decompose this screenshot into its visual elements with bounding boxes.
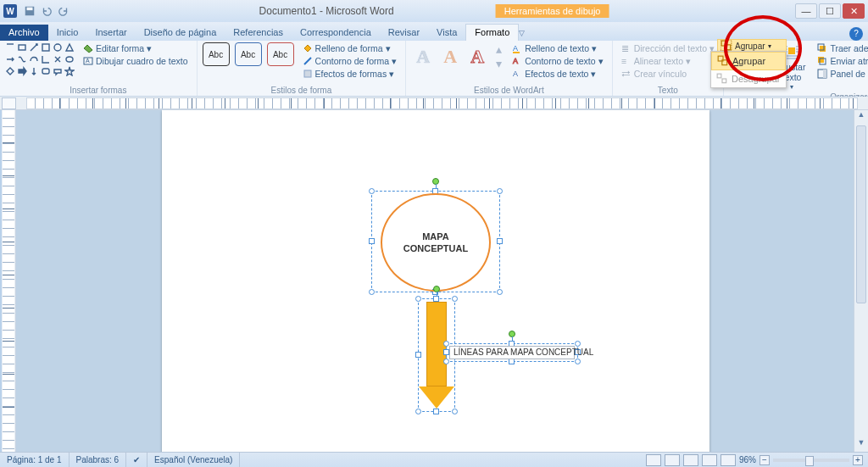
group-estilos-forma: Abc Abc Abc Relleno de forma ▾ Contorno … xyxy=(198,41,407,96)
resize-handle[interactable] xyxy=(575,341,581,347)
status-proofing-icon[interactable]: ✔ xyxy=(126,453,147,467)
maximize-button[interactable]: ☐ xyxy=(819,3,841,19)
view-web-layout[interactable] xyxy=(683,454,698,466)
bring-forward-icon xyxy=(817,43,827,53)
wordart-style-3[interactable]: A xyxy=(465,45,489,69)
zoom-in-button[interactable]: + xyxy=(853,455,863,465)
ellipse-selection[interactable]: MAPACONCEPTUAL xyxy=(371,191,500,292)
save-icon[interactable] xyxy=(24,5,36,17)
svg-rect-28 xyxy=(722,79,726,83)
text-fill-button[interactable]: ARelleno de texto ▾ xyxy=(509,42,606,54)
tab-referencias[interactable]: Referencias xyxy=(225,25,292,41)
shape-style-1[interactable]: Abc xyxy=(203,42,230,66)
zoom-level[interactable]: 96% xyxy=(739,455,756,464)
bring-forward-button[interactable]: Traer adelante ▾ xyxy=(814,42,868,54)
wordart-style-1[interactable]: A xyxy=(411,45,435,69)
tab-formato[interactable]: Formato xyxy=(465,24,519,41)
status-page[interactable]: Página: 1 de 1 xyxy=(0,453,70,467)
link-icon: ⮂ xyxy=(621,69,632,79)
gallery-scroll-up-icon[interactable]: ▴ xyxy=(494,42,504,56)
resize-handle[interactable] xyxy=(415,296,421,302)
resize-handle[interactable] xyxy=(497,238,503,244)
group-label-insertar-formas: Insertar formas xyxy=(5,86,192,96)
scroll-up-icon[interactable]: ▲ xyxy=(854,110,868,124)
resize-handle[interactable] xyxy=(415,352,421,358)
wordart-style-2[interactable]: A xyxy=(438,45,462,69)
draw-textbox-button[interactable]: ADibujar cuadro de texto xyxy=(80,55,192,67)
tab-inicio[interactable]: Inicio xyxy=(48,25,87,41)
shape-outline-button[interactable]: Contorno de forma ▾ xyxy=(299,55,401,67)
view-print-layout[interactable] xyxy=(646,454,661,466)
resize-handle[interactable] xyxy=(497,188,503,194)
edit-shape-button[interactable]: Editar forma ▾ xyxy=(80,42,192,54)
title-bar: W Documento1 - Microsoft Word Herramient… xyxy=(0,0,868,22)
ribbon-tabs: Archivo Inicio Insertar Diseño de página… xyxy=(0,22,868,41)
scroll-down-icon[interactable]: ▼ xyxy=(854,438,868,452)
gallery-scroll-down-icon[interactable]: ▾ xyxy=(494,57,504,70)
textbox-shape[interactable]: LÍNEAS PARA MAPA CONCEPTUAL xyxy=(449,346,575,359)
align-text-button[interactable]: ≡Alinear texto ▾ xyxy=(618,55,718,67)
text-effects-button[interactable]: AEfectos de texto ▾ xyxy=(509,68,606,80)
tab-vista[interactable]: Vista xyxy=(428,25,465,41)
view-full-screen[interactable] xyxy=(665,454,680,466)
vertical-scrollbar[interactable]: ▲ ▼ xyxy=(854,110,868,452)
minimize-button[interactable]: — xyxy=(795,3,817,19)
quick-access-toolbar[interactable] xyxy=(24,5,70,17)
document-area[interactable]: MAPACONCEPTUAL xyxy=(16,110,854,452)
tab-correspondencia[interactable]: Correspondencia xyxy=(292,25,380,41)
tab-insertar[interactable]: Insertar xyxy=(86,25,135,41)
shape-fill-button[interactable]: Relleno de forma ▾ xyxy=(299,42,401,54)
resize-handle[interactable] xyxy=(443,359,449,364)
undo-icon[interactable] xyxy=(41,5,53,17)
resize-handle[interactable] xyxy=(369,188,375,194)
tab-diseno-pagina[interactable]: Diseño de página xyxy=(136,25,225,41)
create-link-button[interactable]: ⮂Crear vínculo xyxy=(618,68,718,80)
horizontal-ruler[interactable] xyxy=(26,97,858,109)
wordart-gallery[interactable]: A A A ▴ ▾ xyxy=(411,42,504,70)
tab-selector[interactable] xyxy=(2,97,16,109)
shape-style-2[interactable]: Abc xyxy=(235,42,262,66)
resize-handle[interactable] xyxy=(369,238,375,244)
resize-handle[interactable] xyxy=(497,289,503,295)
view-draft[interactable] xyxy=(721,454,736,466)
resize-handle[interactable] xyxy=(415,409,421,414)
tab-revisar[interactable]: Revisar xyxy=(380,25,428,41)
minimize-ribbon-icon[interactable]: ▽ xyxy=(519,29,525,41)
selection-pane-button[interactable]: Panel de selección xyxy=(814,68,868,80)
resize-handle[interactable] xyxy=(452,409,458,414)
resize-handle[interactable] xyxy=(575,359,581,364)
tab-file[interactable]: Archivo xyxy=(0,25,48,41)
shape-style-gallery[interactable]: Abc Abc Abc xyxy=(203,42,294,66)
svg-rect-18 xyxy=(818,57,824,63)
shape-style-3[interactable]: Abc xyxy=(267,42,294,66)
help-icon[interactable]: ? xyxy=(849,27,863,41)
close-button[interactable]: ✕ xyxy=(843,3,865,19)
textbox-selection[interactable]: LÍNEAS PARA MAPA CONCEPTUAL xyxy=(446,343,578,362)
resize-handle[interactable] xyxy=(452,296,458,302)
resize-handle[interactable] xyxy=(509,359,515,364)
text-outline-button[interactable]: AContorno de texto ▾ xyxy=(509,55,606,67)
view-outline[interactable] xyxy=(702,454,717,466)
group-icon xyxy=(721,40,732,52)
shape-effects-button[interactable]: Efectos de formas ▾ xyxy=(299,68,401,80)
resize-handle[interactable] xyxy=(369,289,375,295)
group-label-estilos-forma: Estilos de forma xyxy=(203,86,401,96)
page[interactable]: MAPACONCEPTUAL xyxy=(162,110,709,452)
menu-item-agrupar[interactable]: Agrupar xyxy=(711,52,786,70)
shapes-gallery[interactable] xyxy=(5,42,75,76)
zoom-out-button[interactable]: − xyxy=(760,455,770,465)
svg-rect-1 xyxy=(27,8,33,11)
status-words[interactable]: Palabras: 6 xyxy=(70,453,127,467)
text-direction-button[interactable]: ≣Dirección del texto ▾ xyxy=(618,42,718,54)
zoom-slider[interactable] xyxy=(773,459,849,462)
resize-handle[interactable] xyxy=(443,341,449,347)
ellipse-shape[interactable]: MAPACONCEPTUAL xyxy=(381,193,491,292)
resize-handle[interactable] xyxy=(433,296,439,302)
vertical-ruler[interactable] xyxy=(2,110,16,452)
send-backward-button[interactable]: Enviar atrás ▾ xyxy=(814,55,868,67)
resize-handle[interactable] xyxy=(443,349,449,355)
resize-handle[interactable] xyxy=(433,409,439,414)
status-language[interactable]: Español (Venezuela) xyxy=(147,453,240,467)
redo-icon[interactable] xyxy=(58,5,70,17)
scroll-thumb[interactable] xyxy=(856,125,866,303)
